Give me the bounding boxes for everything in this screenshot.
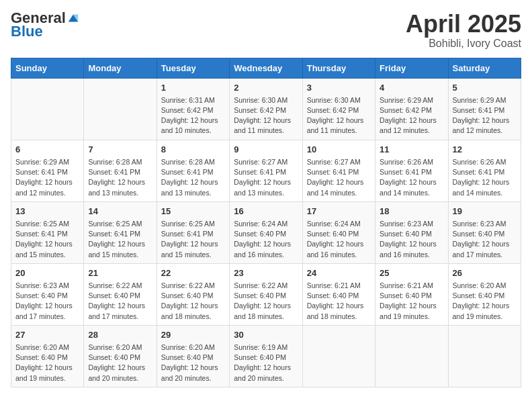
- day-number: 30: [234, 329, 298, 341]
- calendar-cell: 5Sunrise: 6:29 AM Sunset: 6:41 PM Daylig…: [448, 78, 521, 140]
- calendar-cell: 14Sunrise: 6:25 AM Sunset: 6:41 PM Dayli…: [84, 201, 157, 263]
- calendar-week-row: 27Sunrise: 6:20 AM Sunset: 6:40 PM Dayli…: [11, 325, 521, 387]
- calendar-cell: 20Sunrise: 6:23 AM Sunset: 6:40 PM Dayli…: [11, 263, 84, 325]
- day-number: 13: [15, 205, 79, 218]
- day-number: 4: [380, 82, 443, 94]
- day-info: Sunrise: 6:21 AM Sunset: 6:40 PM Dayligh…: [307, 281, 371, 322]
- calendar-cell: 28Sunrise: 6:20 AM Sunset: 6:40 PM Dayli…: [84, 325, 157, 387]
- day-number: 2: [234, 82, 298, 94]
- calendar-week-row: 13Sunrise: 6:25 AM Sunset: 6:41 PM Dayli…: [11, 201, 521, 263]
- day-info: Sunrise: 6:24 AM Sunset: 6:40 PM Dayligh…: [234, 219, 298, 260]
- calendar-cell: [375, 325, 448, 387]
- calendar-cell: 25Sunrise: 6:21 AM Sunset: 6:40 PM Dayli…: [375, 263, 448, 325]
- calendar-header-row: SundayMondayTuesdayWednesdayThursdayFrid…: [11, 58, 521, 78]
- day-number: 12: [453, 144, 517, 156]
- calendar-cell: 3Sunrise: 6:30 AM Sunset: 6:42 PM Daylig…: [302, 78, 375, 140]
- day-info: Sunrise: 6:30 AM Sunset: 6:42 PM Dayligh…: [307, 95, 371, 136]
- day-of-week-header: Monday: [84, 58, 157, 78]
- day-number: 5: [453, 82, 517, 94]
- day-number: 29: [161, 329, 225, 341]
- day-of-week-header: Saturday: [448, 58, 521, 78]
- day-number: 28: [88, 329, 152, 341]
- title-block: April 2025 Bohibli, Ivory Coast: [406, 11, 521, 50]
- calendar-cell: 16Sunrise: 6:24 AM Sunset: 6:40 PM Dayli…: [230, 201, 302, 263]
- page-header: General Blue April 2025 Bohibli, Ivory C…: [11, 11, 521, 50]
- day-info: Sunrise: 6:25 AM Sunset: 6:41 PM Dayligh…: [161, 219, 225, 260]
- day-number: 9: [234, 144, 298, 156]
- day-info: Sunrise: 6:29 AM Sunset: 6:42 PM Dayligh…: [380, 95, 443, 136]
- calendar-cell: [302, 325, 375, 387]
- calendar-cell: 9Sunrise: 6:27 AM Sunset: 6:41 PM Daylig…: [230, 140, 302, 201]
- calendar-cell: 6Sunrise: 6:29 AM Sunset: 6:41 PM Daylig…: [11, 140, 84, 201]
- day-info: Sunrise: 6:21 AM Sunset: 6:40 PM Dayligh…: [380, 281, 443, 322]
- calendar-cell: 4Sunrise: 6:29 AM Sunset: 6:42 PM Daylig…: [375, 78, 448, 140]
- day-info: Sunrise: 6:23 AM Sunset: 6:40 PM Dayligh…: [15, 281, 79, 322]
- calendar-table: SundayMondayTuesdayWednesdayThursdayFrid…: [11, 58, 521, 387]
- day-info: Sunrise: 6:22 AM Sunset: 6:40 PM Dayligh…: [161, 281, 225, 322]
- day-number: 25: [380, 267, 443, 279]
- day-info: Sunrise: 6:20 AM Sunset: 6:40 PM Dayligh…: [161, 342, 225, 383]
- day-info: Sunrise: 6:22 AM Sunset: 6:40 PM Dayligh…: [88, 281, 152, 322]
- day-info: Sunrise: 6:22 AM Sunset: 6:40 PM Dayligh…: [234, 281, 298, 322]
- calendar-cell: 23Sunrise: 6:22 AM Sunset: 6:40 PM Dayli…: [230, 263, 302, 325]
- calendar-week-row: 20Sunrise: 6:23 AM Sunset: 6:40 PM Dayli…: [11, 263, 521, 325]
- day-info: Sunrise: 6:27 AM Sunset: 6:41 PM Dayligh…: [307, 157, 371, 198]
- day-number: 22: [161, 267, 225, 279]
- day-info: Sunrise: 6:29 AM Sunset: 6:41 PM Dayligh…: [15, 157, 79, 198]
- day-info: Sunrise: 6:28 AM Sunset: 6:41 PM Dayligh…: [161, 157, 225, 198]
- day-info: Sunrise: 6:26 AM Sunset: 6:41 PM Dayligh…: [380, 157, 443, 198]
- calendar-cell: 7Sunrise: 6:28 AM Sunset: 6:41 PM Daylig…: [84, 140, 157, 201]
- day-of-week-header: Sunday: [11, 58, 84, 78]
- calendar-cell: 27Sunrise: 6:20 AM Sunset: 6:40 PM Dayli…: [11, 325, 84, 387]
- day-number: 19: [453, 205, 517, 218]
- day-info: Sunrise: 6:24 AM Sunset: 6:40 PM Dayligh…: [307, 219, 371, 260]
- day-number: 17: [307, 205, 371, 218]
- day-info: Sunrise: 6:20 AM Sunset: 6:40 PM Dayligh…: [15, 342, 79, 383]
- calendar-cell: 2Sunrise: 6:30 AM Sunset: 6:42 PM Daylig…: [230, 78, 302, 140]
- calendar-cell: 26Sunrise: 6:20 AM Sunset: 6:40 PM Dayli…: [448, 263, 521, 325]
- calendar-cell: 22Sunrise: 6:22 AM Sunset: 6:40 PM Dayli…: [157, 263, 229, 325]
- day-info: Sunrise: 6:30 AM Sunset: 6:42 PM Dayligh…: [234, 95, 298, 136]
- logo-icon: [67, 12, 79, 24]
- calendar-cell: 30Sunrise: 6:19 AM Sunset: 6:40 PM Dayli…: [230, 325, 302, 387]
- logo: General Blue: [11, 11, 79, 40]
- day-info: Sunrise: 6:20 AM Sunset: 6:40 PM Dayligh…: [88, 342, 152, 383]
- calendar-cell: 19Sunrise: 6:23 AM Sunset: 6:40 PM Dayli…: [448, 201, 521, 263]
- day-number: 10: [307, 144, 371, 156]
- calendar-cell: 8Sunrise: 6:28 AM Sunset: 6:41 PM Daylig…: [157, 140, 229, 201]
- day-number: 14: [88, 205, 152, 218]
- day-of-week-header: Wednesday: [230, 58, 302, 78]
- month-title: April 2025: [406, 11, 521, 38]
- day-number: 21: [88, 267, 152, 279]
- day-info: Sunrise: 6:25 AM Sunset: 6:41 PM Dayligh…: [88, 219, 152, 260]
- day-info: Sunrise: 6:20 AM Sunset: 6:40 PM Dayligh…: [453, 281, 517, 322]
- calendar-cell: 10Sunrise: 6:27 AM Sunset: 6:41 PM Dayli…: [302, 140, 375, 201]
- day-info: Sunrise: 6:25 AM Sunset: 6:41 PM Dayligh…: [15, 219, 79, 260]
- day-number: 3: [307, 82, 371, 94]
- calendar-cell: 17Sunrise: 6:24 AM Sunset: 6:40 PM Dayli…: [302, 201, 375, 263]
- logo-blue-text: Blue: [11, 23, 43, 40]
- day-number: 6: [15, 144, 79, 156]
- day-info: Sunrise: 6:23 AM Sunset: 6:40 PM Dayligh…: [453, 219, 517, 260]
- day-info: Sunrise: 6:28 AM Sunset: 6:41 PM Dayligh…: [88, 157, 152, 198]
- calendar-cell: 12Sunrise: 6:26 AM Sunset: 6:41 PM Dayli…: [448, 140, 521, 201]
- calendar-cell: 21Sunrise: 6:22 AM Sunset: 6:40 PM Dayli…: [84, 263, 157, 325]
- day-of-week-header: Friday: [375, 58, 448, 78]
- day-number: 15: [161, 205, 225, 218]
- day-info: Sunrise: 6:19 AM Sunset: 6:40 PM Dayligh…: [234, 342, 298, 383]
- location: Bohibli, Ivory Coast: [406, 38, 521, 50]
- calendar-cell: 11Sunrise: 6:26 AM Sunset: 6:41 PM Dayli…: [375, 140, 448, 201]
- day-of-week-header: Thursday: [302, 58, 375, 78]
- calendar-cell: [448, 325, 521, 387]
- day-number: 23: [234, 267, 298, 279]
- day-info: Sunrise: 6:31 AM Sunset: 6:42 PM Dayligh…: [161, 95, 225, 136]
- day-info: Sunrise: 6:26 AM Sunset: 6:41 PM Dayligh…: [453, 157, 517, 198]
- day-info: Sunrise: 6:23 AM Sunset: 6:40 PM Dayligh…: [380, 219, 443, 260]
- day-info: Sunrise: 6:27 AM Sunset: 6:41 PM Dayligh…: [234, 157, 298, 198]
- calendar-cell: [11, 78, 84, 140]
- calendar-cell: [84, 78, 157, 140]
- day-number: 7: [88, 144, 152, 156]
- day-number: 11: [380, 144, 443, 156]
- day-number: 26: [453, 267, 517, 279]
- calendar-cell: 29Sunrise: 6:20 AM Sunset: 6:40 PM Dayli…: [157, 325, 229, 387]
